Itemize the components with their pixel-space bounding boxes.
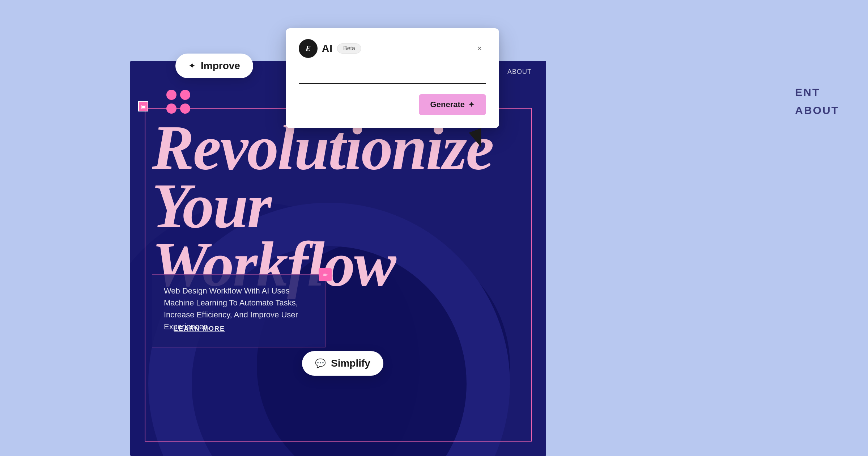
- nav-item-about[interactable]: ABOUT: [507, 68, 532, 76]
- right-nav: ENT ABOUT: [795, 83, 839, 119]
- improve-bubble[interactable]: ✦ Improve: [175, 54, 253, 78]
- simplify-bubble[interactable]: 💬 Simplify: [302, 351, 383, 376]
- description-box: ✏ Web Design Workflow With AI Uses Machi…: [152, 274, 326, 347]
- headline: Revolutionize Your Workflow: [152, 119, 524, 294]
- generate-sparkle-icon: ✦: [468, 100, 475, 109]
- close-button[interactable]: ×: [473, 42, 486, 55]
- right-nav-about[interactable]: ABOUT: [795, 101, 839, 119]
- ai-input-area: [299, 67, 486, 84]
- ai-prompt-input[interactable]: [299, 67, 486, 84]
- ai-dialog-header: E AI Beta ×: [299, 39, 486, 58]
- chat-icon: 💬: [315, 358, 326, 368]
- ai-actions: Generate ✦: [299, 94, 486, 115]
- beta-badge: Beta: [337, 43, 361, 54]
- ai-logo-group: E AI Beta: [299, 39, 361, 58]
- ai-logo-circle: E: [299, 39, 318, 58]
- learn-more-link[interactable]: LEARN MORE: [174, 325, 225, 333]
- improve-sparkle-icon: ✦: [188, 61, 196, 71]
- generate-label: Generate: [430, 100, 465, 109]
- ai-dialog: E AI Beta × Generate ✦: [286, 28, 499, 128]
- ai-label: AI: [322, 43, 333, 54]
- improve-label: Improve: [201, 60, 240, 72]
- generate-button[interactable]: Generate ✦: [419, 94, 486, 115]
- simplify-label: Simplify: [331, 358, 370, 369]
- selection-icon: ▣: [138, 101, 148, 111]
- grid-dot-2: [180, 90, 190, 100]
- headline-text: Revolutionize Your Workflow: [152, 119, 524, 294]
- grid-dot-1: [166, 90, 176, 100]
- edit-icon[interactable]: ✏: [319, 268, 332, 281]
- right-nav-ent[interactable]: ENT: [795, 83, 839, 101]
- elementor-logo-icon: E: [306, 44, 311, 53]
